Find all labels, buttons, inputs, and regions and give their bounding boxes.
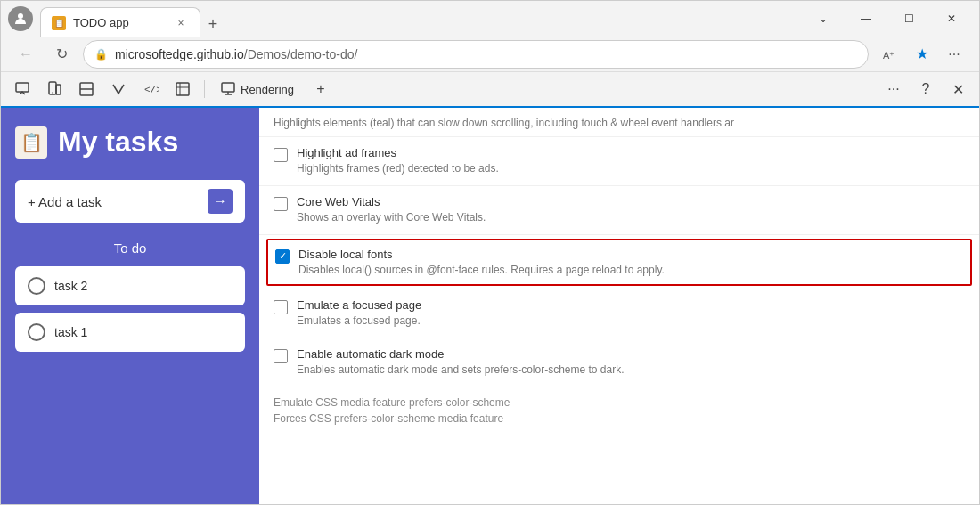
lock-icon: 🔒: [94, 48, 108, 61]
svg-point-5: [52, 92, 53, 93]
devtools-elements-button[interactable]: [104, 75, 133, 103]
address-text: microsoftedge.github.io/Demos/demo-to-do…: [115, 47, 857, 61]
sidebar-favicon-icon: 📋: [15, 126, 47, 159]
window-controls: ⌄ — ☐ ✕: [803, 4, 972, 33]
tab-close-button[interactable]: ×: [173, 15, 189, 31]
active-tab[interactable]: 📋 TODO app ×: [40, 7, 200, 37]
svg-rect-4: [56, 85, 61, 94]
option-checkbox-disable-local-fonts[interactable]: ✓: [275, 249, 290, 264]
task-label-task1: task 1: [54, 325, 87, 339]
option-title-disable-local-fonts: Disable local fonts: [298, 248, 963, 261]
svg-text:</>: </>: [144, 85, 159, 95]
option-checkbox-highlight-ad-frames[interactable]: [274, 148, 288, 162]
rendering-tab-label: Rendering: [241, 83, 294, 96]
devtools-console-button[interactable]: </>: [136, 75, 165, 103]
svg-rect-12: [222, 83, 234, 92]
devtools-more-button[interactable]: ···: [879, 75, 908, 103]
sidebar: 📋 My tasks + Add a task → To do task 2 t…: [1, 108, 259, 504]
tab-favicon: 📋: [52, 16, 66, 30]
address-domain: microsoftedge.github.io: [115, 47, 244, 61]
chevron-down-button[interactable]: ⌄: [803, 4, 844, 33]
option-desc-emulate-focused-page: Emulates a focused page.: [297, 314, 965, 329]
svg-text:A⁺: A⁺: [883, 50, 894, 61]
svg-rect-2: [16, 83, 29, 92]
devtools-panel: Highlights elements (teal) that can slow…: [259, 108, 979, 504]
task-item-task1[interactable]: task 1: [15, 313, 245, 352]
option-title-core-web-vitals: Core Web Vitals: [297, 195, 965, 208]
minimize-button[interactable]: —: [845, 4, 886, 33]
svg-point-0: [18, 13, 23, 19]
bottom-text-line-1: Emulate CSS media feature prefers-color-…: [274, 396, 965, 409]
address-path: /Demos/demo-to-do/: [244, 47, 358, 61]
new-tab-button[interactable]: +: [200, 12, 225, 37]
refresh-button[interactable]: ↻: [47, 40, 76, 69]
add-task-arrow-icon: →: [208, 189, 233, 214]
read-aloud-button[interactable]: A⁺: [876, 40, 904, 69]
browser-window: 📋 TODO app × + ⌄ — ☐ ✕ ← ↻ 🔒 microsofted…: [0, 0, 980, 505]
more-button[interactable]: ···: [940, 40, 968, 69]
task-circle-icon: [28, 323, 45, 341]
option-checkbox-core-web-vitals[interactable]: [274, 197, 288, 211]
devtools-device-button[interactable]: [40, 75, 69, 103]
main-area: 📋 My tasks + Add a task → To do task 2 t…: [1, 108, 979, 504]
devtools-divider: [204, 80, 205, 98]
option-item-enable-automatic-dark-mode: Enable automatic dark modeEnables automa…: [259, 338, 979, 387]
devtools-add-button[interactable]: +: [306, 75, 335, 103]
option-desc-core-web-vitals: Shows an overlay with Core Web Vitals.: [297, 210, 965, 225]
scroll-top-partial-text: Highlights elements (teal) that can slow…: [259, 108, 979, 137]
devtools-help-button[interactable]: ?: [911, 75, 940, 103]
profile-icon[interactable]: [8, 6, 33, 31]
devtools-rendering-tab[interactable]: Rendering: [212, 75, 303, 103]
favorites-button[interactable]: ★: [908, 40, 936, 69]
sidebar-title: My tasks: [58, 126, 178, 159]
bottom-text-area: Emulate CSS media feature prefers-color-…: [259, 387, 979, 437]
task-item-task2[interactable]: task 2: [15, 266, 245, 305]
sidebar-header: 📋 My tasks: [15, 126, 245, 159]
option-checkbox-emulate-focused-page[interactable]: [274, 300, 288, 314]
options-list: Highlight ad framesHighlights frames (re…: [259, 137, 979, 387]
option-desc-highlight-ad-frames: Highlights frames (red) detected to be a…: [297, 161, 965, 176]
browser-toolbar-right: A⁺ ★ ···: [876, 40, 968, 69]
close-button[interactable]: ✕: [931, 4, 972, 33]
svg-rect-9: [176, 83, 189, 95]
option-desc-disable-local-fonts: Disables local() sources in @font-face r…: [298, 263, 963, 278]
bottom-text-line-2: Forces CSS prefers-color-scheme media fe…: [274, 412, 965, 425]
option-desc-enable-automatic-dark-mode: Enables automatic dark mode and sets pre…: [297, 362, 965, 378]
devtools-toggle-button[interactable]: [72, 75, 101, 103]
address-field[interactable]: 🔒 microsoftedge.github.io/Demos/demo-to-…: [83, 40, 869, 69]
devtools-sources-button[interactable]: [168, 75, 197, 103]
task-label-task2: task 2: [54, 279, 87, 293]
maximize-button[interactable]: ☐: [888, 4, 929, 33]
option-item-disable-local-fonts: ✓Disable local fontsDisables local() sou…: [266, 239, 972, 287]
add-task-label: + Add a task: [28, 194, 102, 209]
option-item-highlight-ad-frames: Highlight ad framesHighlights frames (re…: [259, 137, 979, 186]
option-item-core-web-vitals: Core Web VitalsShows an overlay with Cor…: [259, 186, 979, 235]
option-checkbox-enable-automatic-dark-mode[interactable]: [274, 349, 288, 363]
tab-title: TODO app: [73, 16, 166, 29]
address-bar: ← ↻ 🔒 microsoftedge.github.io/Demos/demo…: [1, 37, 979, 72]
title-bar: 📋 TODO app × + ⌄ — ☐ ✕: [1, 1, 979, 37]
todo-section-label: To do: [15, 240, 245, 256]
option-title-emulate-focused-page: Emulate a focused page: [297, 298, 965, 312]
devtools-right-controls: ··· ? ✕: [879, 75, 972, 103]
option-title-enable-automatic-dark-mode: Enable automatic dark mode: [297, 347, 965, 361]
back-button[interactable]: ←: [12, 40, 40, 69]
devtools-inspect-button[interactable]: [8, 75, 37, 103]
option-title-highlight-ad-frames: Highlight ad frames: [297, 146, 965, 159]
option-item-emulate-focused-page: Emulate a focused pageEmulates a focused…: [259, 289, 979, 338]
devtools-close-button[interactable]: ✕: [943, 75, 972, 103]
devtools-toolbar: </> Rendering + ··· ? ✕: [1, 72, 979, 108]
add-task-button[interactable]: + Add a task →: [15, 180, 245, 223]
task-circle-icon: [28, 277, 45, 295]
rendering-content[interactable]: Highlights elements (teal) that can slow…: [259, 108, 979, 504]
tabs-area: 📋 TODO app × +: [40, 1, 796, 37]
